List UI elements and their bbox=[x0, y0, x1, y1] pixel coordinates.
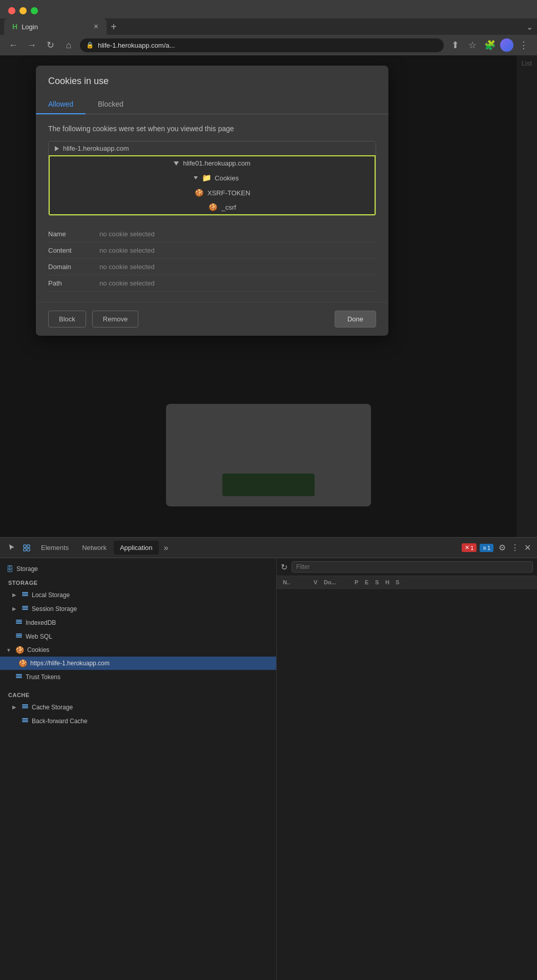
devtools-sidebar: 🗄 Storage Storage ▶ Local Storage bbox=[0, 558, 277, 980]
local-storage-label: Local Storage bbox=[32, 591, 70, 599]
filter-input[interactable] bbox=[292, 561, 533, 573]
dt-more-tabs[interactable]: » bbox=[160, 541, 173, 555]
cookie-icon-1: 🍪 bbox=[195, 189, 203, 197]
sidebar-item-trust-tokens[interactable]: Trust Tokens bbox=[0, 670, 276, 684]
tab-blocked[interactable]: Blocked bbox=[86, 95, 136, 114]
svg-rect-7 bbox=[22, 606, 28, 607]
cookie-tree: hlife-1.herokuapp.com hlife01.herokuapp.… bbox=[48, 141, 376, 216]
share-button[interactable]: ⬆ bbox=[448, 38, 462, 52]
detail-value-domain: no cookie selected bbox=[99, 263, 155, 271]
devtools-toolbar: Elements Network Application » ✕ 1 ≡ 1 ⚙… bbox=[0, 538, 537, 558]
detail-value-name: no cookie selected bbox=[99, 230, 155, 238]
sidebar-section-storage: Storage bbox=[0, 576, 276, 588]
detail-label-name: Name bbox=[48, 230, 99, 238]
svg-rect-1 bbox=[27, 545, 30, 547]
sidebar-item-session-storage[interactable]: ▶ Session Storage bbox=[0, 602, 276, 616]
tree-cookie-csrf[interactable]: 🍪 _csrf bbox=[182, 200, 242, 214]
back-button[interactable]: ← bbox=[6, 38, 20, 52]
home-button[interactable]: ⌂ bbox=[61, 38, 76, 52]
extensions-button[interactable]: 🧩 bbox=[483, 38, 497, 52]
navigation-bar: ← → ↻ ⌂ 🔒 hlife-1.herokuapp.com/a... ⬆ ☆… bbox=[0, 35, 537, 55]
tree-domain-row-2[interactable]: hlife01.herokuapp.com 📁 Cookies 🍪 XSRF-T… bbox=[49, 155, 376, 215]
browser-tab-login[interactable]: H Login × bbox=[4, 18, 107, 35]
local-storage-icon bbox=[22, 590, 29, 599]
th-domain: Do... bbox=[322, 578, 353, 586]
svg-rect-22 bbox=[22, 718, 28, 719]
svg-rect-3 bbox=[27, 548, 30, 551]
maximize-button[interactable] bbox=[31, 7, 38, 14]
th-value: V bbox=[312, 578, 322, 586]
bfcache-icon bbox=[22, 717, 29, 725]
sidebar-item-cache-storage[interactable]: ▶ Cache Storage bbox=[0, 700, 276, 714]
remove-button[interactable]: Remove bbox=[92, 311, 138, 328]
block-button[interactable]: Block bbox=[48, 311, 86, 328]
svg-rect-4 bbox=[22, 592, 28, 593]
minimize-button[interactable] bbox=[19, 7, 27, 14]
cookie-icon-2: 🍪 bbox=[209, 203, 217, 211]
sidebar-item-local-storage[interactable]: ▶ Local Storage bbox=[0, 588, 276, 602]
dt-tab-application[interactable]: Application bbox=[114, 541, 159, 555]
modal-tabs: Allowed Blocked bbox=[36, 95, 388, 114]
traffic-lights bbox=[0, 0, 537, 18]
collapse-icon bbox=[174, 161, 179, 166]
sidebar-item-bfcache[interactable]: Back-forward Cache bbox=[0, 714, 276, 728]
error-badge: ✕ 1 bbox=[462, 543, 477, 552]
reload-button[interactable]: ↻ bbox=[43, 38, 57, 52]
th-samesite: S bbox=[394, 578, 401, 586]
detail-row-path: Path no cookie selected bbox=[48, 275, 376, 292]
devtools-settings-icon[interactable]: ⚙ bbox=[497, 541, 508, 555]
websql-label: Web SQL bbox=[26, 633, 52, 640]
bookmark-button[interactable]: ☆ bbox=[465, 38, 480, 52]
svg-rect-18 bbox=[16, 677, 22, 678]
devtools-panel: Elements Network Application » ✕ 1 ≡ 1 ⚙… bbox=[0, 537, 537, 980]
tab-bar: H Login × + ⌄ bbox=[0, 18, 537, 35]
tab-list-chevron[interactable]: ⌄ bbox=[526, 22, 533, 32]
tree-domain-row-1[interactable]: hlife-1.herokuapp.com bbox=[49, 141, 376, 155]
sidebar-item-cookies[interactable]: ▼ 🍪 Cookies bbox=[0, 643, 276, 657]
avatar[interactable] bbox=[500, 38, 513, 52]
info-icon: ≡ bbox=[483, 545, 486, 551]
done-button[interactable]: Done bbox=[335, 311, 376, 328]
sidebar-section-cache: Cache bbox=[0, 688, 276, 700]
tree-cookie-xsrf[interactable]: 🍪 XSRF-TOKEN bbox=[168, 186, 257, 200]
detail-value-content: no cookie selected bbox=[99, 247, 155, 254]
svg-rect-17 bbox=[16, 676, 22, 677]
close-button[interactable] bbox=[8, 7, 15, 14]
th-httponly: H bbox=[383, 578, 394, 586]
footer-left-buttons: Block Remove bbox=[48, 311, 138, 328]
expand-cookies-icon: ▼ bbox=[6, 647, 12, 653]
detail-row-name: Name no cookie selected bbox=[48, 226, 376, 242]
dt-tab-elements[interactable]: Elements bbox=[35, 541, 75, 555]
filter-refresh-icon[interactable]: ↻ bbox=[281, 562, 287, 572]
session-storage-icon bbox=[22, 604, 29, 613]
more-menu-button[interactable]: ⋮ bbox=[517, 38, 531, 52]
th-secure: S bbox=[373, 578, 383, 586]
svg-rect-12 bbox=[16, 623, 22, 624]
forward-button[interactable]: → bbox=[25, 38, 39, 52]
dt-tab-network[interactable]: Network bbox=[76, 541, 113, 555]
new-tab-button[interactable]: + bbox=[107, 19, 121, 35]
svg-rect-6 bbox=[22, 595, 28, 596]
svg-rect-13 bbox=[16, 634, 22, 635]
devtools-more-icon[interactable]: ⋮ bbox=[509, 541, 521, 555]
csrf-label: _csrf bbox=[221, 203, 236, 211]
devtools-close-icon[interactable]: ✕ bbox=[522, 541, 533, 555]
tab-allowed[interactable]: Allowed bbox=[36, 95, 86, 114]
folder-expand-icon bbox=[194, 176, 198, 179]
svg-rect-8 bbox=[22, 607, 28, 608]
cookie-details: Name no cookie selected Content no cooki… bbox=[48, 226, 376, 292]
sidebar-item-cookie-url[interactable]: 🍪 https://hlife-1.herokuapp.com bbox=[0, 657, 276, 670]
devtools-filter-bar: ↻ bbox=[277, 558, 537, 576]
devtools-cursor-icon[interactable] bbox=[4, 541, 18, 555]
sidebar-item-websql[interactable]: Web SQL bbox=[0, 629, 276, 643]
detail-label-domain: Domain bbox=[48, 263, 99, 271]
address-bar[interactable]: 🔒 hlife-1.herokuapp.com/a... bbox=[80, 38, 444, 52]
tab-close-button[interactable]: × bbox=[94, 23, 98, 31]
detail-value-path: no cookie selected bbox=[99, 279, 155, 287]
sidebar-storage-header: 🗄 Storage bbox=[0, 562, 276, 576]
devtools-main: ↻ N.. V Do... P E S H S bbox=[277, 558, 537, 980]
sidebar-item-indexeddb[interactable]: IndexedDB bbox=[0, 616, 276, 629]
svg-rect-14 bbox=[16, 635, 22, 636]
devtools-inspect-icon[interactable] bbox=[19, 541, 34, 555]
tree-cookies-folder[interactable]: 📁 Cookies bbox=[179, 170, 245, 186]
